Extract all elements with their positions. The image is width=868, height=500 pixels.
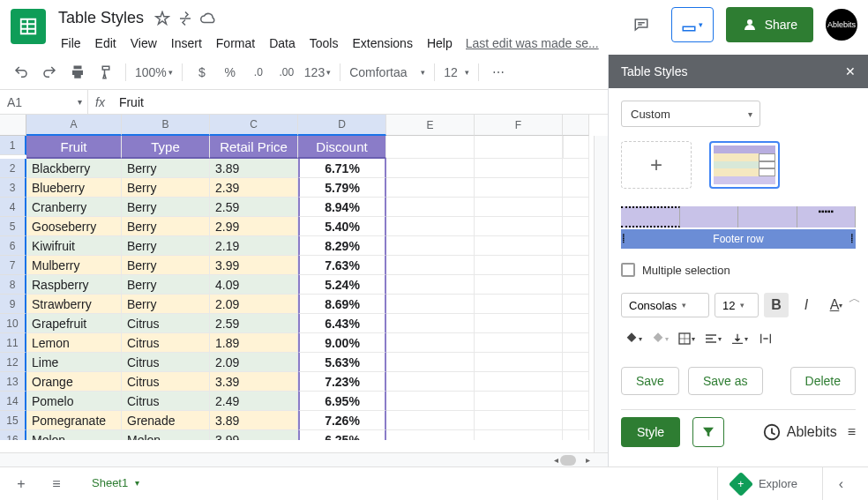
cell[interactable] — [563, 159, 589, 178]
menu-data[interactable]: Data — [263, 33, 302, 54]
currency-button[interactable]: $ — [190, 60, 214, 85]
present-button[interactable]: ▾ — [671, 7, 714, 42]
cell[interactable]: 2.09 — [210, 353, 298, 372]
row-head-14[interactable]: 14 — [0, 392, 26, 411]
cell[interactable] — [475, 392, 563, 411]
cell[interactable]: 5.40% — [298, 217, 386, 236]
font-size-select[interactable]: 12▾ — [442, 65, 471, 79]
cell[interactable]: Citrus — [122, 333, 210, 353]
wrap-button[interactable] — [753, 326, 778, 351]
cell[interactable] — [475, 217, 563, 236]
bold-button[interactable]: B — [764, 293, 789, 317]
cell[interactable]: 3.39 — [210, 372, 298, 392]
cell[interactable] — [563, 256, 589, 275]
style-thumbnail[interactable] — [709, 141, 780, 189]
close-icon[interactable]: ✕ — [845, 64, 856, 78]
cell[interactable]: 6.95% — [298, 392, 386, 411]
horizontal-scrollbar[interactable]: ◂▸ — [0, 452, 608, 466]
cell[interactable] — [475, 159, 563, 178]
cell[interactable]: Grenade — [122, 411, 210, 430]
cell[interactable] — [563, 411, 589, 430]
cell[interactable]: 7.23% — [298, 372, 386, 392]
style-button[interactable]: Style — [621, 417, 680, 447]
cell[interactable] — [563, 295, 589, 314]
cell[interactable]: 6.25% — [298, 430, 386, 440]
tab-sheet1[interactable]: Sheet1▾ — [79, 467, 152, 501]
footer-row-label[interactable]: Footer row — [621, 229, 856, 249]
cell[interactable] — [475, 198, 563, 217]
cell[interactable] — [563, 198, 589, 217]
menu-insert[interactable]: Insert — [165, 33, 208, 54]
cell[interactable]: Lemon — [26, 333, 122, 353]
cell[interactable] — [563, 178, 589, 198]
row-head-6[interactable]: 6 — [0, 236, 26, 256]
vertical-scrollbar[interactable] — [594, 136, 608, 454]
cell[interactable]: Berry — [122, 295, 210, 314]
row-head-8[interactable]: 8 — [0, 275, 26, 295]
doc-title[interactable]: Table Styles — [55, 7, 147, 29]
borders-button[interactable]: ▾ — [674, 326, 699, 351]
cell[interactable]: Berry — [122, 275, 210, 295]
cell[interactable] — [386, 178, 475, 198]
cell[interactable]: 5.79% — [298, 178, 386, 198]
cloud-icon[interactable] — [200, 11, 216, 26]
row-head-9[interactable]: 9 — [0, 295, 26, 314]
v-align-button[interactable]: ▾ — [727, 326, 752, 351]
ablebits-brand[interactable]: Ablebits ≡ — [762, 422, 856, 442]
cell[interactable]: Grapefruit — [26, 314, 122, 333]
col-head-A[interactable]: A — [26, 115, 122, 136]
row-head-2[interactable]: 2 — [0, 159, 26, 178]
cell[interactable]: 3.89 — [210, 159, 298, 178]
row-head-3[interactable]: 3 — [0, 178, 26, 198]
collapse-sidebar-button[interactable]: ‹ — [822, 467, 859, 501]
cell[interactable] — [386, 314, 475, 333]
clear-fill-button[interactable]: ▾ — [647, 326, 672, 351]
fill-color-button[interactable]: ▾ — [621, 326, 646, 351]
row-head-12[interactable]: 12 — [0, 353, 26, 372]
cell[interactable]: Citrus — [122, 392, 210, 411]
cell[interactable]: Strawberry — [26, 295, 122, 314]
sheets-logo[interactable] — [11, 9, 46, 44]
cell[interactable]: 5.24% — [298, 275, 386, 295]
cell[interactable] — [475, 333, 563, 353]
row-head-11[interactable]: 11 — [0, 333, 26, 353]
row-head-13[interactable]: 13 — [0, 372, 26, 392]
save-button[interactable]: Save — [621, 367, 679, 395]
cell[interactable] — [475, 411, 563, 430]
cell[interactable]: 7.63% — [298, 256, 386, 275]
cell[interactable]: Cranberry — [26, 198, 122, 217]
cell[interactable]: Berry — [122, 256, 210, 275]
menu-format[interactable]: Format — [210, 33, 261, 54]
cell[interactable]: 3.99 — [210, 256, 298, 275]
cell[interactable]: 8.69% — [298, 295, 386, 314]
cell[interactable] — [386, 236, 475, 256]
menu-view[interactable]: View — [124, 33, 163, 54]
star-icon[interactable] — [154, 11, 170, 26]
cell[interactable]: Blueberry — [26, 178, 122, 198]
row-head-15[interactable]: 15 — [0, 411, 26, 430]
sidebar-font-select[interactable]: Consolas▾ — [621, 293, 709, 317]
cell[interactable]: Berry — [122, 236, 210, 256]
italic-button[interactable]: I — [794, 293, 819, 317]
cell[interactable] — [386, 392, 475, 411]
cell[interactable] — [563, 392, 589, 411]
cell[interactable]: 6.71% — [298, 159, 386, 178]
cell[interactable]: 2.09 — [210, 295, 298, 314]
cell[interactable]: 3.89 — [210, 411, 298, 430]
table-header[interactable]: Retail Price — [210, 136, 298, 159]
row-head-16[interactable]: 16 — [0, 430, 26, 440]
cell[interactable] — [386, 372, 475, 392]
cell[interactable] — [475, 275, 563, 295]
cell[interactable]: 2.59 — [210, 198, 298, 217]
col-head-F[interactable]: F — [475, 115, 563, 136]
cell[interactable] — [386, 353, 475, 372]
cell[interactable]: Citrus — [122, 314, 210, 333]
row-head-10[interactable]: 10 — [0, 314, 26, 333]
row-head-7[interactable]: 7 — [0, 256, 26, 275]
cell[interactable]: Lime — [26, 353, 122, 372]
share-button[interactable]: Share — [726, 7, 813, 42]
table-header[interactable]: Fruit — [26, 136, 122, 159]
cell[interactable]: Melon — [26, 430, 122, 440]
cell[interactable] — [386, 430, 475, 440]
cell[interactable]: 2.99 — [210, 217, 298, 236]
